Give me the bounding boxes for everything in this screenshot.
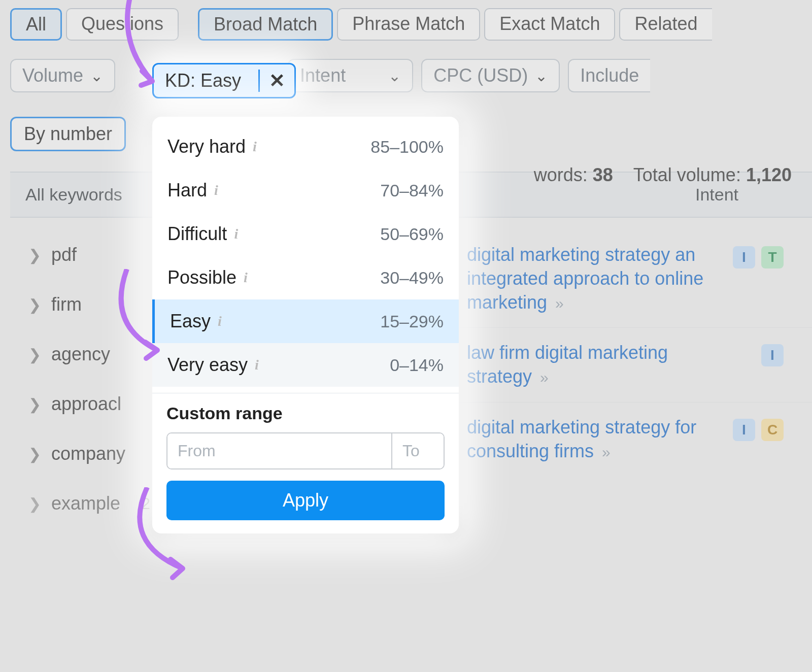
filter-include[interactable]: Include xyxy=(568,59,650,92)
kd-range: 0–14% xyxy=(390,355,444,375)
chevron-right-icon: ❯ xyxy=(28,395,41,413)
kd-range: 50–69% xyxy=(380,224,444,244)
filter-cpc-label: CPC (USD) xyxy=(433,65,528,86)
info-icon: i xyxy=(255,357,259,373)
match-tabs: All Questions Broad Match Phrase Match E… xyxy=(10,8,812,41)
kd-option-very-easy[interactable]: Very easy i 0–14% xyxy=(152,343,459,387)
tab-broad-match[interactable]: Broad Match xyxy=(198,8,333,41)
chevron-down-icon: ⌄ xyxy=(388,67,401,85)
filter-cpc[interactable]: CPC (USD) ⌄ xyxy=(421,59,560,92)
tab-related[interactable]: Related xyxy=(619,8,712,41)
custom-range-inputs xyxy=(166,432,445,469)
double-chevron-icon: » xyxy=(540,369,549,386)
filter-kd-label: KD: Easy xyxy=(165,70,251,91)
kd-filter-highlight: KD: Easy ✕ xyxy=(152,63,296,98)
filter-intent-label: Intent xyxy=(300,65,346,86)
kd-option-hard[interactable]: Hard i 70–84% xyxy=(152,169,459,212)
total-volume-value: 1,120 xyxy=(746,164,792,185)
chevron-right-icon: ❯ xyxy=(28,346,41,363)
filter-row: Volume ⌄ Intent ⌄ CPC (USD) ⌄ Include xyxy=(10,59,812,92)
chevron-right-icon: ❯ xyxy=(28,445,41,463)
custom-range-to[interactable] xyxy=(392,433,445,468)
kd-option-difficult[interactable]: Difficult i 50–69% xyxy=(152,212,459,256)
totals-bar: words: 38 Total volume: 1,120 xyxy=(534,164,792,186)
kd-option-possible[interactable]: Possible i 30–49% xyxy=(152,256,459,299)
tab-all[interactable]: All xyxy=(10,8,62,41)
close-icon[interactable]: ✕ xyxy=(258,70,294,92)
tab-phrase-match[interactable]: Phrase Match xyxy=(337,8,480,41)
by-number-toggle[interactable]: By number xyxy=(10,117,126,151)
kd-range: 85–100% xyxy=(370,137,444,157)
intent-badge-commercial: C xyxy=(761,419,784,441)
all-keywords-count: 38 xyxy=(593,164,613,185)
kd-range: 30–49% xyxy=(380,268,444,288)
filter-kd[interactable]: KD: Easy ✕ xyxy=(152,63,296,98)
info-icon: i xyxy=(244,270,248,286)
kd-range: 15–29% xyxy=(380,312,444,331)
info-icon: i xyxy=(218,313,222,329)
filter-intent[interactable]: Intent ⌄ xyxy=(288,59,413,92)
info-icon: i xyxy=(214,182,218,198)
intent-badges: I C xyxy=(733,416,784,463)
chevron-down-icon: ⌄ xyxy=(535,67,548,85)
info-icon: i xyxy=(234,226,238,242)
all-keywords-label: words: xyxy=(534,164,588,185)
chevron-right-icon: ❯ xyxy=(28,495,41,513)
intent-badge-informational: I xyxy=(733,246,755,268)
keyword-link[interactable]: digital marketing strategy an integrated… xyxy=(467,243,710,314)
intent-badges: I xyxy=(761,341,784,389)
group-count: 2 xyxy=(141,494,150,513)
intent-badges: I T xyxy=(733,243,784,314)
tab-questions[interactable]: Questions xyxy=(66,8,179,41)
filter-include-label: Include xyxy=(580,65,639,86)
kd-option-easy[interactable]: Easy i 15–29% xyxy=(152,299,459,343)
kd-range: 70–84% xyxy=(380,181,444,200)
double-chevron-icon: » xyxy=(555,295,564,312)
keyword-link[interactable]: digital marketing strategy for consultin… xyxy=(467,416,710,463)
total-volume-label: Total volume: xyxy=(633,164,741,185)
kd-dropdown: Very hard i 85–100% Hard i 70–84% Diffic… xyxy=(152,117,459,533)
chevron-down-icon: ⌄ xyxy=(90,67,103,85)
header-intent: Intent xyxy=(695,185,797,205)
divider xyxy=(152,393,459,393)
custom-range-from[interactable] xyxy=(167,433,392,468)
intent-badge-informational: I xyxy=(761,344,784,366)
filter-volume-label: Volume xyxy=(22,65,83,86)
custom-range-heading: Custom range xyxy=(166,404,445,423)
chevron-right-icon: ❯ xyxy=(28,246,41,264)
keyword-link[interactable]: law firm digital marketing strategy » xyxy=(467,341,710,389)
intent-badge-transactional: T xyxy=(761,246,784,268)
double-chevron-icon: » xyxy=(602,444,611,460)
intent-badge-informational: I xyxy=(733,419,755,441)
tab-exact-match[interactable]: Exact Match xyxy=(484,8,615,41)
chevron-right-icon: ❯ xyxy=(28,296,41,314)
kd-option-very-hard[interactable]: Very hard i 85–100% xyxy=(152,125,459,169)
filter-volume[interactable]: Volume ⌄ xyxy=(10,59,115,92)
apply-button[interactable]: Apply xyxy=(166,481,445,520)
info-icon: i xyxy=(253,139,257,155)
